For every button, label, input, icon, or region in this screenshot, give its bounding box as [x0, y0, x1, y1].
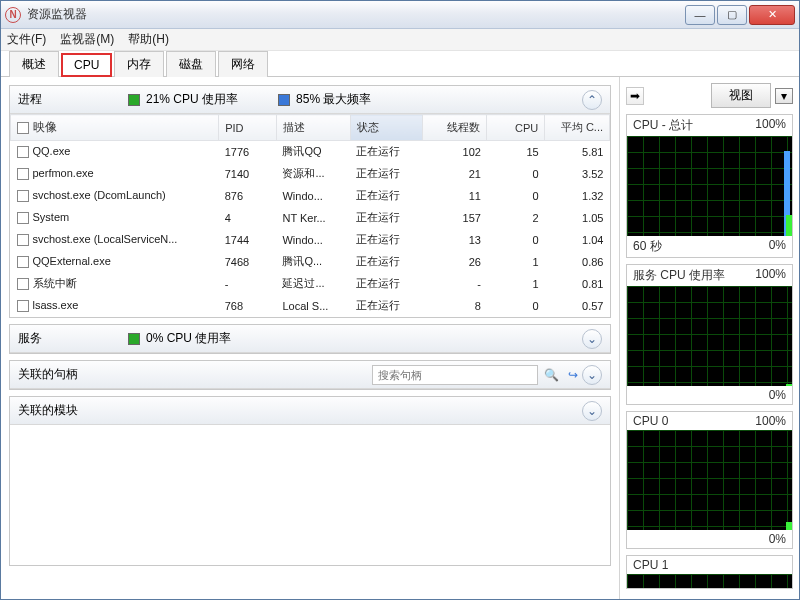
graph-plot: [627, 136, 792, 236]
table-row[interactable]: 系统中断-延迟过...正在运行-10.81: [11, 273, 610, 295]
green-square-icon: [128, 94, 140, 106]
tab-cpu[interactable]: CPU: [61, 53, 112, 77]
view-toolbar: ➡ 视图 ▾: [626, 83, 793, 108]
graph-box: CPU - 总计100%60 秒0%: [626, 114, 793, 258]
graph-title: CPU - 总计: [633, 117, 693, 134]
graph-title: CPU 1: [633, 558, 668, 572]
graph-max: 100%: [755, 414, 786, 428]
graph-box: CPU 0100%0%: [626, 411, 793, 549]
table-row[interactable]: perfmon.exe7140资源和...正在运行2103.52: [11, 163, 610, 185]
tabbar: 概述 CPU 内存 磁盘 网络: [1, 51, 799, 77]
maximize-button[interactable]: ▢: [717, 5, 747, 25]
content-area: 进程 21% CPU 使用率 85% 最大频率 ⌃ 映像 PID 描述 状态 线…: [1, 77, 799, 600]
table-row[interactable]: QQExternal.exe7468腾讯Q...正在运行2610.86: [11, 251, 610, 273]
menubar: 文件(F) 监视器(M) 帮助(H): [1, 29, 799, 51]
collapse-icon[interactable]: ⌃: [582, 90, 602, 110]
processes-panel: 进程 21% CPU 使用率 85% 最大频率 ⌃ 映像 PID 描述 状态 线…: [9, 85, 611, 318]
nav-arrow-icon[interactable]: ➡: [626, 87, 644, 105]
services-panel: 服务 0% CPU 使用率 ⌄: [9, 324, 611, 354]
handles-search: 🔍 ↪: [372, 365, 582, 385]
right-pane: ➡ 视图 ▾ CPU - 总计100%60 秒0%服务 CPU 使用率100%0…: [619, 77, 799, 600]
graph-min: 0%: [769, 388, 786, 402]
row-checkbox[interactable]: [17, 190, 29, 202]
left-pane: 进程 21% CPU 使用率 85% 最大频率 ⌃ 映像 PID 描述 状态 线…: [1, 77, 619, 600]
col-pid[interactable]: PID: [219, 115, 277, 141]
tab-overview[interactable]: 概述: [9, 51, 59, 77]
col-image[interactable]: 映像: [11, 115, 219, 141]
table-row[interactable]: QQ.exe1776腾讯QQ正在运行102155.81: [11, 141, 610, 163]
graph-box: 服务 CPU 使用率100%0%: [626, 264, 793, 405]
table-row[interactable]: System4NT Ker...正在运行15721.05: [11, 207, 610, 229]
graph-min: 0%: [769, 532, 786, 546]
handles-header[interactable]: 关联的句柄 🔍 ↪ ⌄: [10, 361, 610, 389]
expand-icon[interactable]: ⌄: [582, 401, 602, 421]
services-title: 服务: [18, 330, 128, 347]
menu-file[interactable]: 文件(F): [7, 31, 46, 48]
minimize-button[interactable]: —: [685, 5, 715, 25]
handles-panel: 关联的句柄 🔍 ↪ ⌄: [9, 360, 611, 390]
services-header[interactable]: 服务 0% CPU 使用率 ⌄: [10, 325, 610, 353]
max-freq-meter: 85% 最大频率: [278, 91, 371, 108]
modules-header[interactable]: 关联的模块 ⌄: [10, 397, 610, 425]
handles-title: 关联的句柄: [18, 366, 372, 383]
row-checkbox[interactable]: [17, 234, 29, 246]
window-title: 资源监视器: [27, 6, 685, 23]
col-threads[interactable]: 线程数: [422, 115, 487, 141]
row-checkbox[interactable]: [17, 300, 29, 312]
graph-max: 100%: [755, 117, 786, 134]
processes-header[interactable]: 进程 21% CPU 使用率 85% 最大频率 ⌃: [10, 86, 610, 114]
row-checkbox[interactable]: [17, 256, 29, 268]
processes-title: 进程: [18, 91, 128, 108]
col-desc[interactable]: 描述: [276, 115, 350, 141]
col-cpu[interactable]: CPU: [487, 115, 545, 141]
services-cpu-meter: 0% CPU 使用率: [128, 330, 231, 347]
row-checkbox[interactable]: [17, 212, 29, 224]
modules-panel: 关联的模块 ⌄: [9, 396, 611, 566]
row-checkbox[interactable]: [17, 278, 29, 290]
graph-max: 100%: [755, 267, 786, 284]
graph-min: 0%: [769, 238, 786, 255]
table-row[interactable]: svchost.exe (LocalServiceN...1744Windo..…: [11, 229, 610, 251]
table-row[interactable]: lsass.exe768Local S...正在运行800.57: [11, 295, 610, 317]
cpu-usage-text: 21% CPU 使用率: [146, 91, 238, 108]
services-cpu-text: 0% CPU 使用率: [146, 330, 231, 347]
modules-title: 关联的模块: [18, 402, 582, 419]
graph-title: CPU 0: [633, 414, 668, 428]
tab-memory[interactable]: 内存: [114, 51, 164, 77]
graph-title: 服务 CPU 使用率: [633, 267, 725, 284]
green-square-icon: [128, 333, 140, 345]
col-status[interactable]: 状态: [350, 115, 422, 141]
row-checkbox[interactable]: [17, 168, 29, 180]
search-icon[interactable]: 🔍: [542, 366, 560, 384]
search-input[interactable]: [372, 365, 538, 385]
search-next-icon[interactable]: ↪: [564, 366, 582, 384]
graph-plot: [627, 286, 792, 386]
close-button[interactable]: ✕: [749, 5, 795, 25]
graph-box: CPU 1: [626, 555, 793, 589]
expand-icon[interactable]: ⌄: [582, 329, 602, 349]
max-freq-text: 85% 最大频率: [296, 91, 371, 108]
view-button[interactable]: 视图: [711, 83, 771, 108]
app-icon: N: [5, 7, 21, 23]
tab-network[interactable]: 网络: [218, 51, 268, 77]
col-avg[interactable]: 平均 C...: [545, 115, 610, 141]
window-controls: — ▢ ✕: [685, 5, 795, 25]
titlebar[interactable]: N 资源监视器 — ▢ ✕: [1, 1, 799, 29]
graph-plot: [627, 574, 792, 588]
menu-help[interactable]: 帮助(H): [128, 31, 169, 48]
view-dropdown-icon[interactable]: ▾: [775, 88, 793, 104]
processes-table: 映像 PID 描述 状态 线程数 CPU 平均 C... QQ.exe1776腾…: [10, 114, 610, 317]
blue-square-icon: [278, 94, 290, 106]
row-checkbox[interactable]: [17, 146, 29, 158]
table-row[interactable]: svchost.exe (DcomLaunch)876Windo...正在运行1…: [11, 185, 610, 207]
graph-plot: [627, 430, 792, 530]
graph-xlabel: 60 秒: [633, 238, 662, 255]
expand-icon[interactable]: ⌄: [582, 365, 602, 385]
checkbox-all[interactable]: [17, 122, 29, 134]
menu-monitor[interactable]: 监视器(M): [60, 31, 114, 48]
tab-disk[interactable]: 磁盘: [166, 51, 216, 77]
cpu-usage-meter: 21% CPU 使用率: [128, 91, 238, 108]
